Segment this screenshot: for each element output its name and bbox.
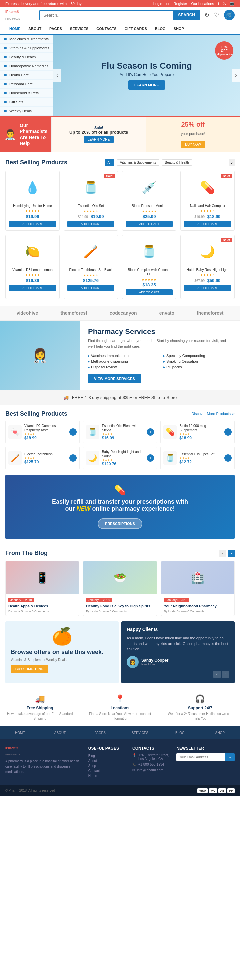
sidebar-item[interactable]: Vitamins & Supplements: [0, 44, 53, 52]
product-image: 💉: [126, 174, 173, 201]
browse-test-row: 🍊 Browse offers on sale this week. Vitam…: [5, 621, 235, 683]
product-name: Hatch Baby Rest Night Light: [184, 268, 231, 272]
sidebar-item-label: Health Care: [10, 73, 29, 77]
nav-item-shop[interactable]: SHOP: [170, 23, 188, 34]
search-button[interactable]: SEARCH: [173, 10, 200, 20]
bsc-cart-btn[interactable]: +: [224, 454, 232, 462]
social-ig-icon[interactable]: 📷: [230, 2, 235, 6]
logo[interactable]: iPharm® PHARMACY: [5, 10, 35, 20]
browse-btn[interactable]: BUY SOMETHING: [11, 665, 48, 673]
promo-25-btn[interactable]: BUY NOW: [181, 141, 205, 148]
footer-link[interactable]: Home: [88, 773, 127, 778]
nav-item-blog[interactable]: BLOG: [151, 23, 170, 34]
view-services-button[interactable]: VIEW MORE SERVICES: [88, 374, 141, 383]
refresh-icon[interactable]: ↻: [204, 11, 209, 19]
footer-newsletter-col: Newsletter →: [176, 746, 235, 778]
add-to-cart-btn[interactable]: ADD TO CART: [67, 285, 114, 291]
blog-next-btn[interactable]: ›: [228, 550, 235, 557]
bsc-cart-btn[interactable]: +: [224, 428, 232, 436]
add-to-cart-btn[interactable]: ADD TO CART: [184, 285, 231, 291]
nav-item-about[interactable]: ABOUT: [24, 23, 45, 34]
add-to-cart-btn[interactable]: ADD TO CART: [184, 221, 231, 227]
nav-item-contacts[interactable]: CONTACTS: [92, 23, 120, 34]
footer-phone: 📞 +1-800-555-1234: [132, 763, 171, 766]
login-link[interactable]: Login: [153, 2, 162, 6]
rx-button[interactable]: PRESCRIPTIONS: [98, 518, 142, 529]
nav-item-gift-cards[interactable]: GIFT CARDS: [121, 23, 151, 34]
hero-next-button[interactable]: ›: [232, 68, 240, 82]
register-link[interactable]: Register: [173, 2, 187, 6]
footer-link[interactable]: Contacts: [88, 768, 127, 773]
cart-button[interactable]: 🛒: [224, 10, 235, 20]
blog-card: 🏥 January 5, 2018 Your Neighborhood Phar…: [161, 561, 235, 616]
newsletter-btn[interactable]: →: [225, 753, 235, 761]
footer-nav-item[interactable]: PAGES: [80, 729, 120, 737]
sidebar-item[interactable]: Beauty & Health: [0, 52, 53, 62]
blog-post-title[interactable]: Your Neighborhood Pharmacy: [164, 604, 232, 608]
social-fb-icon[interactable]: f: [218, 2, 219, 6]
product-card: 🫙 Biotin Complex with Coconut Oil ★★★★★ …: [122, 235, 176, 299]
section-header-1: Best Selling Products AllVitamins & Supp…: [5, 159, 235, 166]
footer-link[interactable]: About: [88, 758, 127, 763]
product-tab-2[interactable]: Beauty & Health: [162, 159, 192, 165]
bsc-cart-btn[interactable]: +: [147, 454, 154, 462]
add-to-cart-btn[interactable]: ADD TO CART: [9, 221, 56, 227]
discover-more-link[interactable]: Discover More Products ⊕: [192, 412, 235, 416]
footer-nav-item[interactable]: ABOUT: [40, 729, 80, 737]
sidebar-item[interactable]: Homeopathic Remedies: [0, 62, 53, 71]
footer-nav-item[interactable]: SERVICES: [120, 729, 160, 737]
bsc-cart-btn[interactable]: +: [147, 428, 154, 436]
bsc-cart-btn[interactable]: +: [69, 428, 77, 436]
blog-post-title[interactable]: Health Apps & Devices: [8, 604, 76, 608]
testimonial-role: New Mom: [141, 663, 168, 666]
footer-nav-item[interactable]: SHOP: [200, 729, 240, 737]
blog-prev-btn[interactable]: ‹: [219, 550, 226, 557]
promo-sale-btn[interactable]: LEARN MORE: [84, 136, 114, 143]
top-bar-message: Express delivery and free returns within…: [5, 2, 83, 6]
product-price: $18.35: [143, 282, 156, 287]
blog-meta: By Linda Browne 0 Comments: [8, 610, 76, 613]
testimonial-box: Happy Clients As a mom, I don't have muc…: [121, 621, 235, 683]
footer-link[interactable]: Blog: [88, 753, 127, 758]
promo-sale: Sale! Up to 20% off of all products LEAR…: [52, 117, 146, 152]
browse-box: 🍊 Browse offers on sale this week. Vitam…: [5, 621, 119, 683]
add-to-cart-btn[interactable]: ADD TO CART: [126, 290, 173, 295]
hero-badge-text: OFF: [221, 49, 228, 52]
sidebar-item[interactable]: Health Care: [0, 71, 53, 80]
bsc-item: 💊 Biotin 10,000 mcg Supplement ★★★★ $18.…: [161, 421, 235, 443]
footer-nav-item[interactable]: HOME: [0, 729, 40, 737]
hero-subtitle: And It's Can Help You Prepare: [101, 72, 192, 77]
bsc-item: 🌙 Baby Rest Night Light and Sound ★★★★ $…: [83, 447, 157, 469]
bsc-price: $16.99: [102, 436, 144, 440]
product-tab-0[interactable]: All: [105, 159, 114, 165]
nav-item-pages[interactable]: PAGES: [45, 23, 66, 34]
sidebar-item[interactable]: Gift Sets: [0, 98, 53, 107]
wishlist-icon[interactable]: ♡: [214, 11, 219, 19]
testimonial-next-btn[interactable]: ›: [222, 671, 229, 678]
add-to-cart-btn[interactable]: ADD TO CART: [9, 285, 56, 291]
search-input[interactable]: [39, 10, 173, 20]
testimonial-prev-btn[interactable]: ‹: [213, 671, 221, 678]
sidebar-item[interactable]: Medicines & Treatments: [0, 35, 53, 44]
products-nav-btn[interactable]: ›: [229, 159, 235, 166]
location-link[interactable]: Our Locations: [191, 2, 214, 6]
newsletter-input[interactable]: [176, 753, 225, 761]
product-tab-1[interactable]: Vitamins & Supplements: [117, 159, 159, 165]
social-tw-icon[interactable]: 𝕏: [223, 2, 226, 6]
sidebar-item[interactable]: Personal Care: [0, 80, 53, 89]
footer-link[interactable]: Shop: [88, 763, 127, 768]
blog-post-title[interactable]: Healthy Food Is a Key to High Spirits: [86, 604, 154, 608]
sidebar-item-label: Household & Pets: [10, 91, 39, 95]
nav-item-home[interactable]: HOME: [5, 23, 24, 34]
sidebar-item[interactable]: Household & Pets: [0, 89, 53, 98]
sidebar-item[interactable]: Weekly Deals: [0, 107, 53, 116]
hero-cta-button[interactable]: LEARN MORE: [128, 80, 165, 90]
footer-nav-item[interactable]: BLOG: [160, 729, 200, 737]
payment-icon: AE: [218, 788, 226, 793]
add-to-cart-btn[interactable]: ADD TO CART: [126, 221, 173, 227]
add-to-cart-btn[interactable]: ADD TO CART: [67, 221, 114, 227]
nav-item-services[interactable]: SERVICES: [66, 23, 92, 34]
bsc-cart-btn[interactable]: +: [69, 454, 77, 462]
bsc-item: 🍬 Vitamin D2 Gummies Raspberry Taste ★★★…: [5, 421, 79, 443]
hero-prev-button[interactable]: ‹: [53, 68, 61, 82]
